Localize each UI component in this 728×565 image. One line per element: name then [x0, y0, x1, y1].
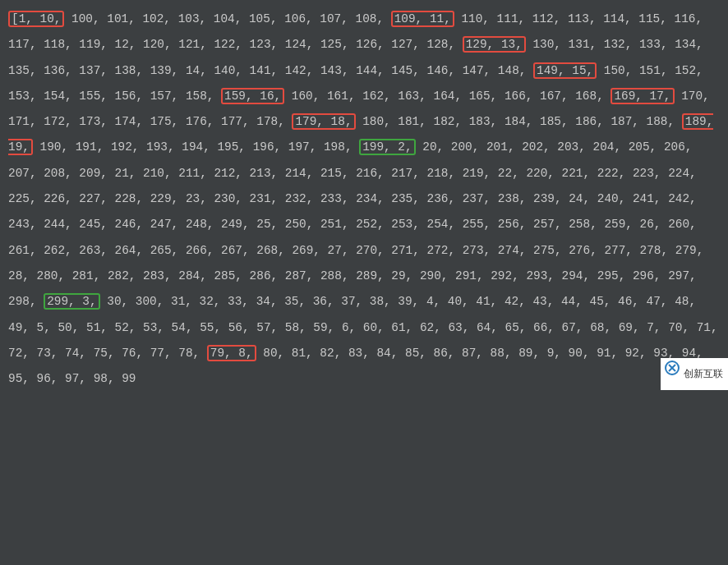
highlight-box-red: [1, 10,: [8, 11, 64, 27]
highlight-box-red: 79, 8,: [207, 345, 256, 361]
highlight-box-red: 159, 16,: [221, 88, 284, 104]
highlight-box-red: 129, 13,: [463, 36, 526, 53]
highlight-box-green: 299, 3,: [44, 293, 99, 310]
watermark-badge: 创新互联: [661, 358, 728, 390]
watermark-text: 创新互联: [684, 361, 723, 387]
highlight-box-red: 169, 17,: [611, 88, 674, 104]
highlight-box-red: 109, 11,: [391, 11, 454, 27]
highlight-box-green: 199, 2,: [359, 139, 415, 155]
sorted-list-output: [1, 10, 100, 101, 102, 103, 104, 105, 10…: [8, 11, 718, 385]
highlight-box-red: 179, 18,: [292, 113, 355, 130]
code-output-block: [1, 10, 100, 101, 102, 103, 104, 105, 10…: [0, 0, 728, 398]
highlight-box-red: 149, 15,: [533, 62, 597, 79]
watermark-logo-icon: [664, 360, 680, 376]
